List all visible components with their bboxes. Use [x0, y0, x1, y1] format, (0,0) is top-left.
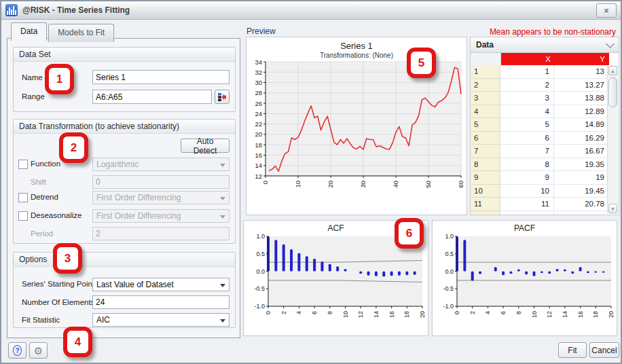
x-cell: 10 — [500, 185, 554, 198]
fit-statistic-combo[interactable]: AIC — [92, 313, 230, 327]
column-header-x: X — [501, 53, 555, 65]
svg-text:30: 30 — [255, 79, 262, 86]
svg-text:12: 12 — [255, 172, 262, 180]
chevron-down-icon — [606, 39, 615, 48]
x-cell: 3 — [500, 92, 554, 105]
row-number-cell: 12 — [471, 211, 500, 216]
tab-models-to-fit[interactable]: Models to Fit — [48, 24, 114, 42]
cancel-button[interactable]: Cancel — [589, 342, 619, 358]
table-row[interactable]: 9919 — [471, 171, 619, 185]
time-series-fitting-dialog: @RISK - Time Series Fitting × Data Model… — [0, 0, 622, 364]
elements-label: Number Of Elements — [22, 298, 94, 306]
y-cell: 19 — [554, 171, 608, 185]
svg-text:6: 6 — [311, 311, 318, 314]
table-row[interactable]: 5514.89 — [471, 118, 619, 132]
table-row[interactable]: 2213.27 — [471, 79, 619, 92]
function-checkbox[interactable] — [18, 160, 28, 169]
help-button[interactable]: ? — [8, 342, 26, 359]
help-icon: ? — [13, 345, 22, 356]
function-value: Logarithmic — [96, 160, 139, 169]
callout-badge-4: 4 — [63, 327, 92, 357]
svg-text:20: 20 — [419, 311, 426, 318]
deseasonalize-checkbox[interactable] — [18, 211, 28, 221]
close-button[interactable]: × — [596, 3, 617, 18]
table-scrollbar[interactable]: ▲ ▼ — [607, 65, 618, 214]
svg-text:30: 30 — [359, 181, 367, 188]
x-cell: 2 — [500, 79, 554, 92]
name-label: Name — [22, 73, 43, 81]
svg-text:22: 22 — [255, 120, 262, 128]
period-input — [92, 227, 230, 240]
scroll-up-button[interactable]: ▲ — [608, 66, 617, 75]
table-row[interactable]: 4412.89 — [471, 105, 619, 119]
x-cell: 6 — [500, 132, 554, 145]
starting-point-value: Last Value of Dataset — [96, 280, 174, 289]
data-panel-header[interactable]: Data — [471, 37, 619, 53]
x-cell: 7 — [500, 145, 554, 158]
elements-input[interactable] — [92, 295, 230, 309]
name-input[interactable] — [92, 70, 230, 84]
y-cell: 16.67 — [554, 145, 608, 158]
svg-text:0: 0 — [261, 181, 269, 184]
svg-text:28: 28 — [255, 89, 262, 96]
svg-text:0.5: 0.5 — [445, 251, 454, 257]
row-number-cell: 10 — [471, 185, 500, 198]
shift-label: Shift — [31, 178, 46, 186]
row-number-cell: 2 — [471, 79, 500, 92]
data-table-body: 11132213.273313.884412.895514.896616.297… — [471, 65, 619, 215]
y-cell: 22.54 — [554, 211, 608, 216]
svg-text:24: 24 — [255, 110, 262, 117]
risk-app-icon — [5, 4, 18, 16]
svg-text:4: 4 — [484, 311, 491, 314]
svg-text:20: 20 — [608, 311, 615, 318]
detrend-checkbox[interactable] — [18, 193, 28, 202]
series-line-chart: 1214161820222426283032340102030405060 — [246, 59, 466, 206]
shift-input — [92, 175, 230, 189]
svg-text:1.0: 1.0 — [256, 233, 265, 240]
tab-bar: Data Models to Fit — [11, 22, 115, 40]
period-label: Period — [31, 230, 53, 238]
y-cell: 14.89 — [554, 118, 608, 132]
table-row[interactable]: 121222.54 — [471, 211, 619, 216]
window-title: @RISK - Time Series Fitting — [22, 5, 130, 15]
settings-button[interactable]: ⚙ — [29, 342, 48, 359]
auto-detect-button[interactable]: Auto Detect — [181, 139, 230, 153]
detrend-label: Detrend — [31, 193, 58, 201]
svg-text:32: 32 — [255, 69, 262, 76]
callout-badge-1: 1 — [45, 64, 74, 94]
chevron-down-icon — [220, 164, 225, 167]
fit-button[interactable]: Fit — [558, 342, 587, 358]
svg-text:2: 2 — [469, 311, 476, 314]
table-row[interactable]: 8819.35 — [471, 158, 619, 172]
scrollbar-thumb[interactable] — [608, 77, 617, 107]
scroll-down-button[interactable]: ▼ — [608, 204, 617, 213]
starting-point-label: Series' Starting Point — [22, 280, 94, 288]
range-label: Range — [22, 92, 45, 101]
svg-text:16: 16 — [255, 151, 262, 159]
table-row[interactable]: 101019.45 — [471, 185, 619, 198]
data-tab-panel: Data Set Name Range Data Transformation … — [7, 38, 240, 338]
pacf-bar-chart: -1.0-0.50.00.51.002468101214161820 — [433, 233, 617, 333]
table-row[interactable]: 6616.29 — [471, 132, 619, 145]
table-row[interactable]: 1113 — [471, 65, 619, 79]
table-row[interactable]: 7716.67 — [471, 145, 619, 158]
svg-text:40: 40 — [392, 181, 399, 188]
svg-text:-0.5: -0.5 — [254, 285, 265, 292]
range-picker-button[interactable] — [215, 90, 230, 104]
starting-point-combo[interactable]: Last Value of Dataset — [92, 278, 230, 291]
range-input[interactable] — [92, 90, 212, 104]
table-row[interactable]: 111120.78 — [471, 198, 619, 211]
svg-text:10: 10 — [531, 311, 538, 318]
tab-data[interactable]: Data — [11, 22, 47, 41]
svg-text:20: 20 — [327, 181, 334, 188]
svg-text:4: 4 — [295, 311, 302, 314]
row-number-cell: 1 — [471, 65, 500, 79]
chevron-down-icon — [220, 197, 225, 200]
svg-text:0: 0 — [265, 311, 272, 314]
svg-text:16: 16 — [577, 311, 584, 318]
svg-text:16: 16 — [388, 311, 395, 318]
function-combo: Logarithmic — [92, 158, 230, 171]
table-row[interactable]: 3313.88 — [471, 92, 619, 105]
x-cell: 4 — [500, 105, 554, 119]
callout-badge-5: 5 — [407, 48, 436, 78]
